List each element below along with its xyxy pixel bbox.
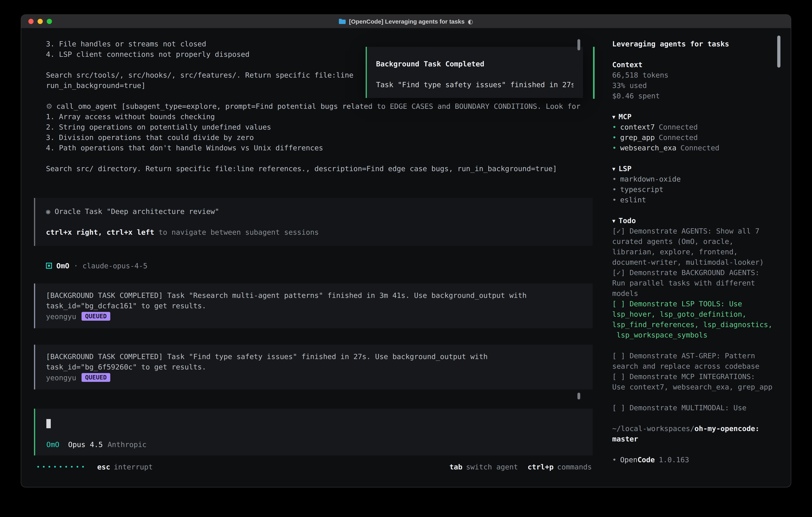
minimize-button[interactable] (37, 19, 43, 24)
shortcut-keys: ctrl+x right, ctrl+x left (46, 228, 154, 236)
session-title: Leveraging agents for tasks (612, 39, 780, 49)
message-author: yeongyu (46, 373, 76, 382)
todo-section-header[interactable]: ▼Todo (612, 216, 780, 226)
model-provider: Anthropic (108, 439, 146, 450)
notification-accent-bar (593, 47, 594, 99)
bullet-icon: • (612, 195, 617, 204)
todo-item: [✓] Demonstrate AGENTS: Show all 7 curat… (612, 226, 780, 268)
todo-item: [✓] Demonstrate BACKGROUND AGENTS: Run p… (612, 268, 780, 299)
mcp-status: Connected (680, 143, 719, 152)
window-title-text: [OpenCode] Leveraging agents for tasks (349, 18, 465, 25)
todo-item: [ ] Demonstrate MCP INTEGRATIONS: Use co… (612, 372, 780, 392)
message-text: [BACKGROUND TASK COMPLETED] Task "Find t… (46, 351, 583, 362)
window-title: [OpenCode] Leveraging agents for tasks ◐ (21, 15, 791, 28)
text-cursor (46, 419, 51, 428)
titlebar: [OpenCode] Leveraging agents for tasks ◐ (21, 15, 791, 28)
window-content: 3. File handles or streams not closed 4.… (21, 28, 791, 487)
lsp-item: •typescript (612, 184, 780, 195)
lsp-name: eslint (620, 195, 646, 204)
bullet-icon: • (612, 123, 617, 131)
scrollbar-thumb[interactable] (577, 393, 580, 400)
mcp-section-header[interactable]: ▼MCP (612, 112, 780, 122)
app-version: •OpenCode1.0.163 (612, 455, 780, 465)
scrollbar-thumb[interactable] (577, 39, 580, 50)
queued-badge: QUEUED (82, 373, 110, 382)
tool-call-line: ⚙call_omo_agent [subagent_type=explore, … (34, 101, 592, 112)
ctrlp-key-hint: ctrl+p (528, 462, 554, 472)
opencode-window: [OpenCode] Leveraging agents for tasks ◐… (21, 15, 791, 487)
prompt-input[interactable]: OmO Opus 4.5 Anthropic (34, 409, 592, 456)
model-indicator: OmO Opus 4.5 Anthropic (46, 439, 592, 450)
mcp-name: websearch_exa (620, 143, 676, 152)
mcp-item: •websearch_exaConnected (612, 143, 780, 153)
bullet-icon: • (612, 133, 617, 141)
agent-header: OmO · claude-opus-4-5 (34, 260, 592, 271)
esc-key-label: interrupt (114, 462, 153, 472)
background-task-message: [BACKGROUND TASK COMPLETED] Task "Find t… (34, 345, 592, 389)
ctrlp-key-label: commands (557, 462, 592, 472)
lsp-section-header[interactable]: ▼LSP (612, 164, 780, 174)
tab-key-label: switch agent (466, 462, 518, 472)
half-moon-icon: ◐ (468, 18, 473, 25)
separator-dot: · (74, 261, 78, 270)
tab-key-hint: tab (450, 462, 462, 472)
spinner-dots: ••••••••• (36, 462, 87, 472)
close-button[interactable] (28, 19, 34, 24)
record-icon: ◉ (46, 207, 50, 216)
oracle-task-panel: ◉ Oracle Task "Deep architecture review"… (34, 198, 592, 246)
workspace-path: ~/local-workspaces/oh-my-opencode: (612, 424, 780, 434)
bullet-icon: • (612, 456, 617, 464)
bullet-icon: • (612, 175, 617, 183)
mcp-status: Connected (659, 123, 698, 131)
lsp-item: •eslint (612, 195, 780, 205)
context-used: 33% used (612, 80, 780, 91)
message-meta: yeongyu QUEUED (46, 372, 583, 383)
chat-pane: 3. File handles or streams not closed 4.… (21, 28, 605, 487)
todo-item: [ ] Demonstrate MULTIMODAL: Use (612, 403, 780, 413)
status-bar: ••••••••• esc interrupt tab switch agent… (34, 456, 592, 487)
active-agent: OmO (46, 439, 59, 450)
chevron-down-icon: ▼ (612, 216, 615, 226)
todo-item-active: [ ] Demonstrate LSP TOOLS: Use lsp_hover… (612, 299, 780, 340)
shortcut-description: to navigate between subagent sessions (154, 228, 319, 236)
mcp-item: •context7Connected (612, 122, 780, 132)
lsp-name: markdown-oxide (620, 175, 681, 183)
terminal-line: 4. Path operations that don't handle Win… (34, 143, 592, 153)
bullet-icon: • (612, 143, 617, 152)
background-task-message: [BACKGROUND TASK COMPLETED] Task "Resear… (34, 283, 592, 328)
workspace-branch: master (612, 434, 780, 444)
terminal-line: 3. Division operations that could divide… (34, 132, 592, 143)
terminal-line: 2. String operations on potentially unde… (34, 122, 592, 132)
notification-body: Task "Find type safety issues" finished … (376, 80, 574, 90)
terminal-line: 1. Array access without bounds checking (34, 112, 592, 122)
lsp-item: •markdown-oxide (612, 174, 780, 184)
terminal-line: Search src/ directory. Return specific f… (34, 164, 592, 174)
agent-model: claude-opus-4-5 (83, 261, 147, 270)
todo-item: [ ] Demonstrate AST-GREP: Pattern search… (612, 351, 780, 372)
traffic-lights (28, 19, 52, 24)
mcp-item: •grep_appConnected (612, 132, 780, 143)
toast-notification: Background Task Completed Task "Find typ… (366, 47, 583, 98)
omo-agent-icon (46, 263, 52, 269)
zoom-button[interactable] (47, 19, 52, 24)
message-author: yeongyu (46, 312, 76, 321)
tool-call-text: call_omo_agent [subagent_type=explore, p… (56, 102, 580, 110)
active-model: Opus 4.5 (68, 439, 103, 450)
context-spent: $0.46 spent (612, 91, 780, 101)
agent-name: OmO (56, 261, 69, 270)
chevron-down-icon: ▼ (612, 164, 615, 174)
lsp-name: typescript (620, 185, 664, 193)
folder-icon (339, 19, 346, 24)
sidebar-scrollbar-thumb[interactable] (777, 35, 780, 67)
message-meta: yeongyu QUEUED (46, 311, 583, 322)
gear-icon: ⚙ (46, 102, 52, 110)
message-text: task_id="bg_6f59260c" to get results. (46, 362, 583, 372)
oracle-task-title: ◉ Oracle Task "Deep architecture review" (46, 206, 583, 217)
session-sidebar: Leveraging agents for tasks Context 66,5… (605, 28, 791, 487)
status-right: tab switch agent ctrl+p commands (450, 462, 592, 472)
screen: [OpenCode] Leveraging agents for tasks ◐… (0, 0, 812, 517)
chevron-down-icon: ▼ (612, 112, 615, 122)
notification-title: Background Task Completed (376, 59, 574, 69)
bullet-icon: • (612, 185, 617, 193)
mcp-status: Connected (659, 133, 698, 141)
